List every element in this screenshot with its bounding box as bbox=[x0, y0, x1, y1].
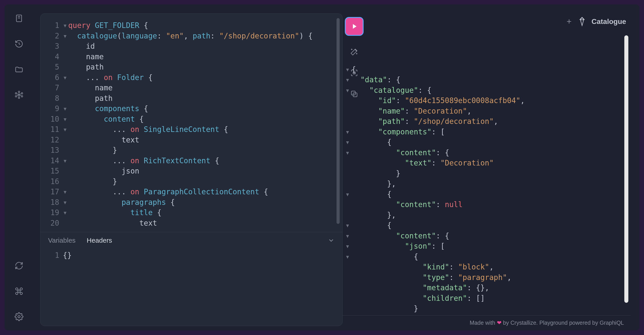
svg-point-3 bbox=[21, 96, 23, 97]
code-line: 16 } bbox=[47, 176, 334, 187]
result-line: ] bbox=[342, 314, 622, 316]
code-line: 5 path bbox=[47, 62, 334, 72]
command-icon[interactable] bbox=[14, 286, 24, 296]
result-line: "path": "/shop/decoration", bbox=[342, 116, 622, 127]
query-editor-pane: 1▾query GET_FOLDER {2▾ catalogue(languag… bbox=[40, 14, 342, 326]
crystallize-logo-icon bbox=[577, 16, 587, 26]
result-line: "content": null bbox=[342, 200, 622, 210]
code-line: 17▾ ... on ParagraphCollectionContent { bbox=[47, 187, 334, 197]
result-line: ▾ { bbox=[342, 137, 622, 148]
code-line: 10▾ content { bbox=[47, 114, 334, 124]
sidebar bbox=[4, 4, 34, 330]
footer: Made with ❤ by Crystallize. Playground p… bbox=[342, 316, 630, 326]
result-header: Catalogue bbox=[342, 14, 630, 33]
result-line: ▾ { bbox=[342, 220, 622, 231]
app-container: 1▾query GET_FOLDER {2▾ catalogue(languag… bbox=[4, 4, 640, 330]
code-line: 15 json bbox=[47, 166, 334, 176]
result-line: }, bbox=[342, 179, 622, 189]
query-editor[interactable]: 1▾query GET_FOLDER {2▾ catalogue(languag… bbox=[40, 14, 342, 232]
result-viewer[interactable]: ▾{▾ "data": {▾ "catalogue": { "id": "60d… bbox=[342, 33, 630, 316]
code-line: 4 name bbox=[47, 52, 334, 62]
code-line: 14▾ ... on RichTextContent { bbox=[47, 156, 334, 166]
graph-icon[interactable] bbox=[14, 90, 24, 100]
code-line: 9▾ components { bbox=[47, 104, 334, 114]
result-line: ▾ "content": { bbox=[342, 148, 622, 158]
result-line: ▾ "catalogue": { bbox=[342, 85, 622, 96]
result-line: "type": "paragraph", bbox=[342, 272, 622, 283]
magic-wand-icon[interactable] bbox=[349, 47, 359, 57]
bottom-panel: Variables Headers 1{} bbox=[40, 232, 342, 326]
result-line: "name": "Decoration", bbox=[342, 106, 622, 116]
code-line: 13 } bbox=[47, 145, 334, 156]
result-line: } bbox=[342, 304, 622, 314]
result-line: ▾{ bbox=[342, 64, 622, 75]
svg-rect-0 bbox=[16, 15, 22, 22]
scrollbar[interactable] bbox=[624, 35, 628, 303]
run-button[interactable] bbox=[345, 17, 364, 36]
folder-icon[interactable] bbox=[14, 64, 24, 74]
code-line: 3 id bbox=[47, 41, 334, 52]
code-line: 19▾ title { bbox=[47, 208, 334, 218]
svg-point-1 bbox=[18, 91, 20, 92]
refresh-icon[interactable] bbox=[14, 261, 24, 270]
history-icon[interactable] bbox=[14, 39, 24, 49]
schema-title: Catalogue bbox=[592, 18, 626, 26]
heart-icon: ❤ bbox=[497, 320, 502, 326]
result-line: "kind": "block", bbox=[342, 262, 622, 272]
result-line: } bbox=[342, 168, 622, 179]
code-line: 11▾ ... on SingleLineContent { bbox=[47, 124, 334, 135]
svg-point-4 bbox=[18, 97, 20, 98]
result-line: ▾ { bbox=[342, 189, 622, 200]
bottom-tabs: Variables Headers bbox=[40, 232, 342, 249]
result-line: ▾ "content": { bbox=[342, 231, 622, 241]
code-line: 2▾ catalogue(language: "en", path: "/sho… bbox=[47, 31, 334, 41]
code-line: 18▾ paragraphs { bbox=[47, 197, 334, 208]
file-icon[interactable] bbox=[14, 14, 24, 23]
code-line: 12 text bbox=[47, 135, 334, 145]
result-line: "text": "Decoration" bbox=[342, 158, 622, 168]
svg-rect-8 bbox=[353, 72, 355, 74]
result-pane: Catalogue ▾{▾ "data": {▾ "catalogue": { … bbox=[342, 14, 630, 326]
result-line: "metadata": {}, bbox=[342, 283, 622, 293]
main-area: 1▾query GET_FOLDER {2▾ catalogue(languag… bbox=[34, 4, 640, 330]
tab-headers[interactable]: Headers bbox=[87, 236, 112, 244]
code-line: 6▾ ... on Folder { bbox=[47, 72, 334, 83]
result-line: "children": [] bbox=[342, 293, 622, 304]
svg-point-7 bbox=[18, 316, 20, 318]
variables-editor[interactable]: 1{} bbox=[40, 249, 342, 262]
result-line: ▾ "components": [ bbox=[342, 127, 622, 137]
tab-variables[interactable]: Variables bbox=[48, 236, 76, 244]
code-line: 1▾query GET_FOLDER { bbox=[47, 20, 334, 31]
svg-point-2 bbox=[21, 92, 23, 94]
result-line: ▾ { bbox=[342, 252, 622, 262]
svg-point-5 bbox=[15, 96, 17, 97]
add-tab-button[interactable] bbox=[566, 18, 573, 25]
result-line: "id": "60d4c155089ebc0008acfb04", bbox=[342, 96, 622, 106]
gear-icon[interactable] bbox=[14, 312, 24, 322]
code-line: 7 name bbox=[47, 83, 334, 93]
chevron-down-icon[interactable] bbox=[328, 237, 335, 244]
svg-point-6 bbox=[15, 92, 17, 94]
scrollbar[interactable] bbox=[336, 18, 340, 224]
result-line: ▾ "json": [ bbox=[342, 241, 622, 252]
code-line: 20 text bbox=[47, 218, 334, 228]
focus-icon[interactable] bbox=[349, 68, 359, 78]
result-line: }, bbox=[342, 210, 622, 220]
center-toolbar bbox=[345, 17, 364, 99]
copy-icon[interactable] bbox=[349, 89, 359, 99]
code-line: 8 path bbox=[47, 93, 334, 104]
result-line: ▾ "data": { bbox=[342, 75, 622, 85]
